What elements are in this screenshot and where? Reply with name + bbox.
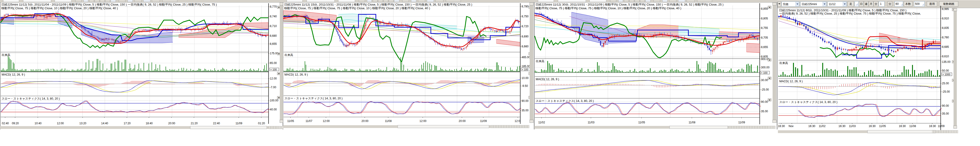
svg-text:16:30: 16:30 bbox=[838, 124, 845, 128]
svg-text:01:20: 01:20 bbox=[258, 122, 265, 125]
svg-text:11/09: 11/09 bbox=[480, 119, 487, 122]
svg-text:09:20: 09:20 bbox=[12, 122, 19, 125]
svg-text:11/08: 11/08 bbox=[909, 124, 916, 128]
svg-text:11/09: 11/09 bbox=[938, 124, 945, 128]
svg-text:35.00: 35.00 bbox=[522, 109, 528, 112]
svg-text:11/08: 11/08 bbox=[689, 121, 695, 124]
svg-text:16:30: 16:30 bbox=[929, 124, 936, 128]
svg-text:135.00: 135.00 bbox=[942, 60, 951, 64]
svg-text:11/02: 11/02 bbox=[819, 124, 826, 128]
svg-text:-25.00: -25.00 bbox=[942, 90, 950, 93]
svg-text:-9.50: -9.50 bbox=[522, 84, 528, 88]
svg-text:11/08: 11/08 bbox=[385, 119, 391, 122]
svg-text:分: 分 bbox=[875, 2, 877, 6]
svg-text:100.00: 100.00 bbox=[270, 99, 278, 102]
svg-text:移動平均( Close, 75 ) 移動平均( Clos: 移動平均( Close, 75 ) 移動平均( Close, 75 ) 移動平均… bbox=[284, 6, 430, 10]
svg-text:11/07: 11/07 bbox=[305, 119, 312, 122]
svg-text:16:30: 16:30 bbox=[869, 124, 876, 128]
svg-text:スロー・ストキャスティクス( 14, 3, 80, 20 ): スロー・ストキャスティクス( 14, 3, 80, 20 ) bbox=[285, 97, 343, 100]
svg-text:12.00: 12.00 bbox=[270, 77, 277, 80]
svg-text:日経225mini 11/12( 5分, 2011/11/0: 日経225mini 11/12( 5分, 2011/11/04 - 2011/1… bbox=[2, 3, 217, 6]
svg-text:11/03: 11/03 bbox=[849, 124, 856, 128]
svg-text:× 1000: × 1000 bbox=[942, 73, 950, 76]
svg-text:出来高: 出来高 bbox=[779, 61, 788, 65]
svg-text:8,740: 8,740 bbox=[270, 15, 277, 18]
svg-text:8,610: 8,610 bbox=[942, 55, 949, 58]
svg-text:14:40: 14:40 bbox=[101, 122, 108, 125]
svg-text:日: 日 bbox=[860, 2, 863, 6]
svg-text:16:30: 16:30 bbox=[808, 124, 815, 128]
svg-text:足: 足 bbox=[849, 2, 852, 6]
svg-text:日経225mini 11/12( 60分, 2011/10/: 日経225mini 11/12( 60分, 2011/10/31 - 2011/… bbox=[779, 9, 907, 12]
svg-text:22:40: 22:40 bbox=[213, 122, 220, 125]
svg-text:日経225mini: 日経225mini bbox=[802, 3, 817, 6]
svg-text:11/12: 11/12 bbox=[829, 3, 835, 6]
svg-text:50.00: 50.00 bbox=[942, 69, 949, 72]
svg-text:8,705: 8,705 bbox=[761, 36, 768, 39]
svg-text:出来高: 出来高 bbox=[285, 53, 293, 57]
svg-text:× 100: × 100 bbox=[761, 71, 767, 74]
svg-text:20:00: 20:00 bbox=[459, 119, 466, 122]
svg-text:11/03: 11/03 bbox=[588, 121, 594, 124]
svg-text:175.00: 175.00 bbox=[270, 52, 278, 55]
svg-text:13:20: 13:20 bbox=[80, 122, 86, 125]
svg-text:21:20: 21:20 bbox=[191, 122, 198, 125]
svg-text:11/05: 11/05 bbox=[879, 124, 886, 128]
svg-text:日経225mini 11/12( 30分, 2011/10/: 日経225mini 11/12( 30分, 2011/10/31 - 2011/… bbox=[536, 3, 724, 6]
svg-text:-25.00: -25.00 bbox=[761, 88, 769, 91]
svg-text:先物: 先物 bbox=[783, 3, 788, 6]
svg-text:一目均衡表( 9, 26, 52 ) 移動平均( Clo: 一目均衡表( 9, 26, 52 ) 移動平均( Close, 25 ) 移動平… bbox=[779, 12, 921, 15]
svg-text:11/09: 11/09 bbox=[235, 122, 242, 125]
svg-text:18:40: 18:40 bbox=[146, 122, 153, 125]
svg-text:30.00: 30.00 bbox=[761, 78, 768, 82]
svg-text:11/05: 11/05 bbox=[638, 121, 645, 124]
svg-text:65.00: 65.00 bbox=[270, 61, 277, 65]
svg-text:40.00: 40.00 bbox=[270, 108, 277, 111]
svg-text:17:20: 17:20 bbox=[124, 122, 130, 125]
svg-text:35.00: 35.00 bbox=[761, 110, 768, 113]
svg-text:12:00: 12:00 bbox=[420, 119, 426, 122]
svg-text:185.00: 185.00 bbox=[522, 65, 530, 68]
svg-text:02:40: 02:40 bbox=[2, 122, 9, 125]
svg-text:11/02: 11/02 bbox=[538, 121, 545, 124]
svg-text:MACD( 12, 26, 9 ): MACD( 12, 26, 9 ) bbox=[285, 73, 308, 76]
svg-text:移動平均( Close, 75 ) 移動平均( Clos: 移動平均( Close, 75 ) 移動平均( Close, 10 ) 移動平均… bbox=[1, 6, 118, 10]
svg-text:日経225mini 11/12( 15分, 2011/10/: 日経225mini 11/12( 15分, 2011/10/31 - 2011/… bbox=[284, 3, 472, 6]
svg-text:8,770: 8,770 bbox=[270, 5, 277, 8]
svg-text:8,710: 8,710 bbox=[270, 25, 277, 28]
svg-text:12:00: 12:00 bbox=[323, 119, 330, 122]
svg-text:90.00: 90.00 bbox=[522, 99, 528, 102]
svg-text:16:30: 16:30 bbox=[778, 124, 785, 128]
svg-text:20:00: 20:00 bbox=[361, 119, 368, 122]
svg-text:11/09: 11/09 bbox=[738, 121, 745, 124]
svg-text:スロー・ストキャスティクス( 14, 3, 80, 20 ): スロー・ストキャスティクス( 14, 3, 80, 20 ) bbox=[536, 99, 594, 102]
svg-text:10:40: 10:40 bbox=[35, 122, 41, 125]
svg-text:35.00: 35.00 bbox=[942, 112, 949, 115]
svg-text:MACD( 12, 26, 9 ): MACD( 12, 26, 9 ) bbox=[536, 78, 559, 81]
svg-text:分: 分 bbox=[889, 2, 891, 6]
svg-text:12:0: 12:0 bbox=[515, 119, 520, 122]
svg-text:本数: 本数 bbox=[905, 2, 911, 6]
svg-text:60: 60 bbox=[896, 2, 899, 6]
svg-text:出来高: 出来高 bbox=[536, 60, 544, 63]
svg-text:適用: 適用 bbox=[929, 2, 935, 6]
svg-text:8,910: 8,910 bbox=[942, 17, 949, 20]
svg-text:8,655: 8,655 bbox=[761, 46, 768, 49]
svg-text:8,685: 8,685 bbox=[942, 45, 949, 49]
svg-text:× 100: × 100 bbox=[522, 68, 528, 71]
svg-text:MACD( 12, 26, 9 ): MACD( 12, 26, 9 ) bbox=[2, 73, 25, 76]
svg-text:複数銘柄: 複数銘柄 bbox=[943, 2, 954, 6]
svg-text:8,660: 8,660 bbox=[522, 45, 528, 48]
svg-text:週: 週 bbox=[865, 2, 868, 6]
svg-text:10.00: 10.00 bbox=[522, 77, 528, 80]
svg-text:465.00: 465.00 bbox=[522, 56, 530, 59]
svg-text:300.00: 300.00 bbox=[761, 66, 770, 69]
svg-text:90.00: 90.00 bbox=[942, 104, 949, 107]
svg-text:12:00: 12:00 bbox=[57, 122, 64, 125]
svg-text:8,655: 8,655 bbox=[270, 42, 277, 46]
svg-text:8,755: 8,755 bbox=[761, 26, 768, 30]
svg-text:Nov: Nov bbox=[789, 124, 794, 128]
svg-text:8,680: 8,680 bbox=[270, 34, 277, 38]
svg-text:-7.00: -7.00 bbox=[270, 86, 276, 89]
svg-text:8,760: 8,760 bbox=[942, 36, 949, 39]
